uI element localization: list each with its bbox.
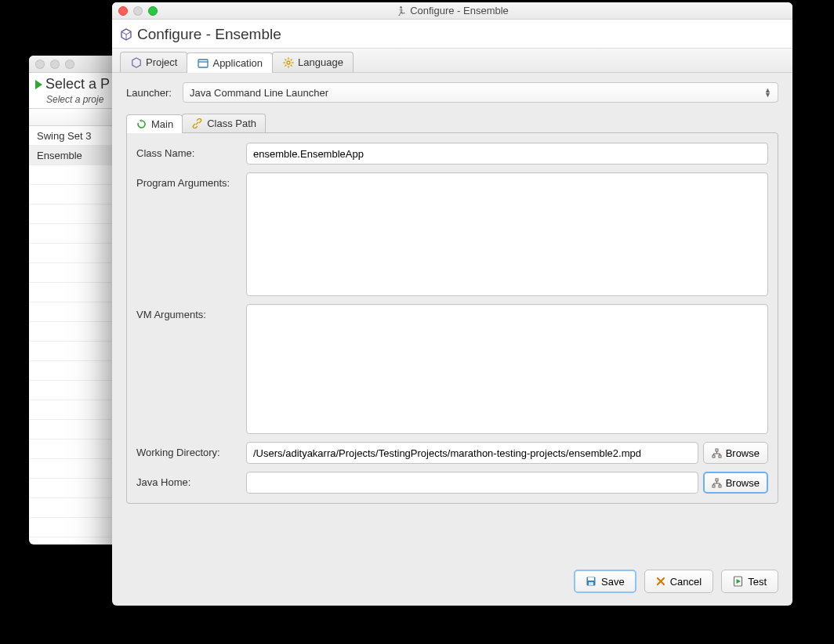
cancel-button[interactable]: Cancel — [644, 570, 713, 593]
java-home-input[interactable] — [246, 472, 698, 494]
tab-project[interactable]: Project — [120, 52, 187, 72]
svg-marker-15 — [140, 119, 142, 122]
class-name-input[interactable] — [246, 143, 768, 165]
test-label: Test — [748, 576, 767, 588]
save-button[interactable]: Save — [574, 570, 636, 593]
svg-marker-1 — [121, 29, 131, 34]
window-title: Configure - Ensemble — [112, 5, 792, 16]
fg-titlebar: Configure - Ensemble — [112, 2, 792, 20]
cancel-label: Cancel — [670, 576, 702, 588]
svg-rect-19 — [716, 479, 718, 481]
svg-rect-17 — [713, 455, 715, 458]
tab-label: Language — [298, 56, 343, 68]
program-args-label: Program Arguments: — [136, 172, 241, 189]
tab-label: Main — [151, 118, 173, 130]
browse-label: Browse — [726, 447, 760, 459]
bg-close-icon[interactable] — [35, 60, 45, 69]
page-title: Configure - Ensemble — [137, 26, 281, 43]
inner-tabs: Main Class Path — [126, 114, 778, 132]
list-item-label: Swing Set 3 — [37, 130, 91, 142]
save-label: Save — [601, 576, 625, 588]
outer-tabs: Project Application Language — [112, 49, 792, 73]
svg-rect-4 — [198, 60, 208, 67]
svg-rect-20 — [713, 485, 715, 487]
zoom-icon[interactable] — [148, 6, 158, 16]
footer: Save Cancel Test — [112, 562, 792, 606]
launcher-value: Java Command Line Launcher — [190, 87, 328, 99]
tree-icon — [712, 478, 722, 488]
vm-args-label: VM Arguments: — [136, 304, 241, 320]
svg-rect-16 — [716, 449, 718, 451]
minimize-icon[interactable] — [133, 6, 143, 16]
test-button[interactable]: Test — [721, 570, 778, 593]
tree-icon — [712, 448, 722, 458]
configure-window: Configure - Ensemble Configure - Ensembl… — [112, 2, 792, 606]
x-icon — [656, 577, 665, 586]
tab-label: Class Path — [207, 118, 256, 129]
play-doc-icon — [733, 576, 743, 587]
refresh-icon — [136, 118, 147, 130]
tab-label: Application — [212, 57, 263, 69]
hexagon-icon — [120, 28, 132, 41]
svg-marker-3 — [132, 57, 140, 67]
svg-rect-23 — [588, 577, 594, 581]
tab-application[interactable]: Application — [187, 52, 273, 73]
svg-rect-24 — [589, 582, 593, 585]
subheader: Configure - Ensemble — [112, 20, 792, 49]
link-icon — [191, 118, 203, 129]
working-dir-browse-button[interactable]: Browse — [703, 442, 768, 464]
close-icon[interactable] — [118, 6, 128, 16]
tab-label: Project — [146, 56, 177, 68]
svg-point-6 — [287, 61, 290, 64]
svg-line-13 — [290, 59, 292, 60]
launcher-label: Launcher: — [126, 87, 173, 99]
launcher-row: Launcher: Java Command Line Launcher ▲▼ — [126, 82, 778, 103]
cube-icon — [130, 56, 142, 68]
tab-classpath[interactable]: Class Path — [182, 114, 266, 132]
runner-icon — [396, 5, 407, 16]
browse-label: Browse — [726, 477, 760, 489]
bg-zoom-icon[interactable] — [65, 60, 74, 69]
launcher-select[interactable]: Java Command Line Launcher ▲▼ — [183, 82, 778, 103]
working-dir-label: Working Directory: — [136, 442, 241, 458]
bg-heading: Select a P — [45, 76, 110, 92]
window-title-text: Configure - Ensemble — [410, 5, 509, 16]
java-home-label: Java Home: — [136, 472, 241, 488]
svg-marker-26 — [737, 579, 742, 584]
bg-minimize-icon[interactable] — [50, 60, 60, 69]
svg-rect-21 — [719, 485, 721, 487]
list-item-label: Ensemble — [37, 150, 82, 161]
svg-rect-18 — [719, 455, 721, 458]
java-home-browse-button[interactable]: Browse — [703, 472, 768, 494]
gear-icon — [282, 56, 294, 68]
svg-line-11 — [285, 59, 286, 60]
svg-line-12 — [290, 64, 292, 66]
window-icon — [197, 57, 208, 69]
disk-icon — [586, 576, 596, 587]
program-args-input[interactable] — [246, 172, 768, 296]
working-dir-input[interactable] — [246, 442, 698, 464]
tab-language[interactable]: Language — [272, 52, 354, 72]
config-body: Launcher: Java Command Line Launcher ▲▼ … — [112, 73, 792, 562]
chevron-updown-icon: ▲▼ — [764, 88, 771, 97]
class-name-label: Class Name: — [136, 143, 241, 159]
main-form: Class Name: Program Arguments: VM Argume… — [126, 132, 778, 504]
svg-line-14 — [285, 64, 286, 66]
vm-args-input[interactable] — [246, 304, 768, 434]
play-icon — [35, 80, 42, 89]
tab-main[interactable]: Main — [126, 114, 183, 133]
